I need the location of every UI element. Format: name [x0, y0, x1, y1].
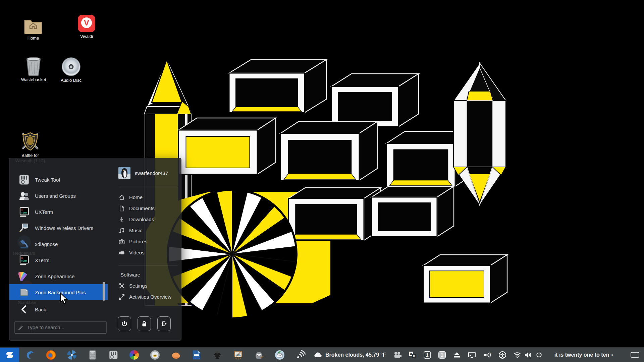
menu-place-videos[interactable]: Videos — [116, 247, 182, 258]
wallpaper-pinwheel — [168, 190, 297, 318]
menu-item-activities-overview[interactable]: Activities Overview — [116, 291, 182, 302]
weather-applet[interactable]: Broken clouds, 45.79 °F — [314, 352, 386, 358]
color-wheel-icon[interactable] — [129, 350, 140, 360]
inkscape-icon[interactable] — [212, 350, 223, 360]
tweak-tool-taskbar-icon[interactable] — [108, 350, 119, 360]
camera-icon — [118, 238, 125, 245]
home-icon — [118, 194, 125, 201]
menu-item-xdiagnose[interactable]: xdiagnose — [9, 236, 108, 252]
vivaldi-icon: V — [77, 14, 96, 33]
menu-item-zorin-background-plus[interactable]: Zorin Background Plus — [9, 284, 108, 300]
power-off-button[interactable] — [118, 316, 131, 331]
menu-search-input[interactable] — [26, 324, 103, 330]
menu-item-label: UXTerm — [35, 209, 53, 215]
lock-icon — [141, 320, 148, 327]
svg-text:s: s — [490, 352, 491, 354]
user-avatar — [118, 167, 130, 179]
mouse-cursor — [59, 292, 69, 306]
menu-place-label: Pictures — [129, 239, 147, 244]
menu-item-uxterm[interactable]: X TERM UXTerm — [9, 204, 108, 220]
menu-item-users-and-groups[interactable]: Users and Groups — [9, 188, 108, 204]
users-groups-icon — [18, 190, 30, 201]
system-indicators[interactable] — [514, 352, 542, 358]
blue-pinwheel-icon[interactable] — [66, 350, 77, 360]
menu-item-tweak-tool[interactable]: Tweak Tool — [9, 172, 108, 188]
clementine-icon[interactable] — [170, 350, 181, 360]
signal-waves-icon[interactable] — [295, 350, 306, 360]
menu-item-label: Users and Groups — [35, 193, 76, 199]
workspace-indicator-1[interactable]: 1 — [424, 351, 431, 359]
audio-disc-icon — [61, 57, 81, 76]
menu-place-label: Music — [129, 228, 142, 233]
menu-scrollbar-thumb[interactable] — [103, 282, 105, 301]
desktop-icon-label: Home — [17, 36, 49, 41]
menu-user-row[interactable]: swarfendor437 — [118, 167, 168, 179]
cloud-icon — [314, 352, 322, 358]
desktop-icon-label: Audio Disc — [55, 78, 87, 83]
clock-text: it is twenty one to ten — [554, 352, 609, 358]
desktop-icon-audio-disc[interactable]: Audio Disc — [55, 57, 87, 83]
wifi-icon — [514, 352, 521, 358]
menu-item-windows-wireless-drivers[interactable]: Windows Wireless Drivers — [9, 220, 108, 236]
power-icon — [121, 320, 128, 327]
menu-item-label: Zorin Appearance — [35, 274, 74, 279]
fuzzy-clock[interactable]: it is twenty one to ten ● — [554, 352, 613, 358]
menu-item-settings[interactable]: Settings — [116, 280, 182, 291]
gimp-icon[interactable] — [254, 350, 264, 360]
menu-place-home[interactable]: Home — [116, 192, 182, 203]
taskbar-app-icons — [25, 350, 306, 360]
xterm-icon: X TERM — [18, 254, 30, 266]
volume-icon — [524, 352, 532, 358]
zorin-logo-icon — [5, 350, 15, 360]
keyboard-layout-indicator[interactable]: a b — [409, 352, 416, 358]
claws-mail-icon[interactable] — [274, 350, 285, 360]
file-cabinet-icon[interactable] — [87, 350, 98, 360]
menu-place-downloads[interactable]: Downloads — [116, 214, 182, 225]
zorin-background-plus-icon — [18, 287, 30, 298]
paint-easel-icon[interactable] — [233, 350, 244, 360]
zorin-menu-button[interactable] — [0, 348, 19, 362]
weather-text: Broken clouds, 45.79 °F — [325, 352, 386, 358]
music-icon — [118, 227, 125, 234]
document-icon — [118, 205, 125, 212]
workspace-indicator-2[interactable]: 1 — [438, 351, 446, 359]
show-desktop-button[interactable] — [631, 352, 639, 358]
lock-button[interactable] — [138, 316, 151, 331]
menu-place-documents[interactable]: Documents — [116, 203, 182, 214]
menu-place-music[interactable]: Music — [116, 225, 182, 236]
movie-camera-icon[interactable] — [393, 352, 401, 358]
menu-item-zorin-appearance[interactable]: Zorin Appearance — [9, 268, 108, 284]
download-icon — [118, 216, 125, 223]
menu-search-box[interactable] — [14, 321, 107, 334]
accessibility-icon[interactable] — [499, 351, 506, 359]
eject-icon[interactable] — [453, 352, 461, 358]
bluefish-icon[interactable] — [25, 350, 36, 360]
taskbar: Broken clouds, 45.79 °F a b 1 1 — [0, 347, 644, 362]
menu-back-button[interactable]: Back — [9, 301, 108, 317]
wesnoth-shield-icon — [20, 131, 41, 152]
menu-item-label: XTerm — [35, 257, 49, 263]
menu-divider — [118, 187, 178, 187]
menu-place-pictures[interactable]: Pictures — [116, 236, 182, 247]
audio-jack-icon[interactable]: s — [483, 352, 491, 358]
desktop-icon-home[interactable]: Home — [17, 17, 49, 41]
menu-item-label: Windows Wireless Drivers — [35, 225, 93, 231]
power-tray-icon — [536, 352, 542, 358]
uxterm-icon: X TERM — [18, 206, 30, 218]
notification-dot: ● — [611, 353, 613, 357]
desktop: Home V Vivaldi Wastebasket — [0, 0, 644, 362]
logout-button[interactable] — [157, 316, 171, 331]
menu-item-xterm[interactable]: X TERM XTerm — [9, 252, 108, 268]
display-icon[interactable] — [468, 352, 476, 358]
menu-item-software[interactable]: Software — [116, 269, 182, 280]
xdiagnose-icon — [18, 238, 30, 250]
desktop-icon-vivaldi[interactable]: V Vivaldi — [70, 14, 103, 39]
menu-power-row — [118, 316, 171, 331]
libreoffice-writer-icon[interactable] — [191, 350, 202, 360]
zorin-appearance-icon — [18, 270, 30, 282]
round-badge-icon[interactable] — [150, 350, 160, 360]
menu-place-label: Videos — [129, 250, 145, 255]
desktop-icon-wastebasket[interactable]: Wastebasket — [20, 57, 47, 82]
svg-text:TERM: TERM — [21, 212, 27, 214]
firefox-icon[interactable] — [46, 350, 56, 360]
